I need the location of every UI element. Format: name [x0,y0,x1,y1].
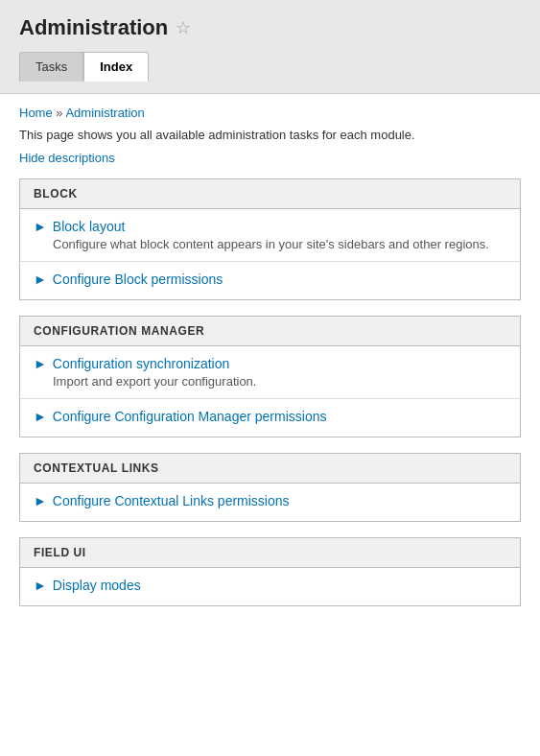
arrow-icon: ► [34,494,47,508]
breadcrumb-current[interactable]: Administration [65,106,144,120]
list-item: ► Configure Configuration Manager permis… [20,399,520,437]
tab-index[interactable]: Index [83,52,149,82]
item-title-row: ► Configuration synchronization [34,356,506,371]
section-block: BLOCK ► Block layout Configure what bloc… [19,178,521,300]
configure-block-permissions-link[interactable]: Configure Block permissions [53,272,223,287]
list-item: ► Block layout Configure what block cont… [20,209,520,262]
display-modes-link[interactable]: Display modes [53,578,141,593]
arrow-icon: ► [34,220,47,233]
list-item: ► Configure Contextual Links permissions [20,484,520,521]
breadcrumb-home[interactable]: Home [19,106,53,120]
list-item: ► Configuration synchronization Import a… [20,346,520,399]
arrow-icon: ► [34,410,47,423]
arrow-icon: ► [34,272,47,286]
arrow-icon: ► [34,357,47,370]
list-item: ► Configure Block permissions [20,262,520,299]
breadcrumb-separator: » [56,106,62,120]
section-header-field-ui: FIELD UI [20,538,520,568]
block-layout-link[interactable]: Block layout [53,219,125,234]
section-field-ui: FIELD UI ► Display modes [19,537,521,606]
configure-contextual-links-permissions-link[interactable]: Configure Contextual Links permissions [53,493,290,508]
tab-tasks[interactable]: Tasks [19,52,83,82]
breadcrumb: Home » Administration [19,106,521,120]
item-description: Import and export your configuration. [53,374,506,389]
section-header-contextual-links: CONTEXTUAL LINKS [20,454,520,484]
section-configuration-manager: CONFIGURATION MANAGER ► Configuration sy… [19,316,521,437]
item-title-row: ► Display modes [34,578,506,593]
item-description: Configure what block content appears in … [53,237,506,251]
configuration-synchronization-link[interactable]: Configuration synchronization [53,356,229,371]
page-content: Home » Administration This page shows yo… [0,94,540,633]
item-title-row: ► Block layout [34,219,506,234]
section-contextual-links: CONTEXTUAL LINKS ► Configure Contextual … [19,453,521,522]
tabs-row: Tasks Index [19,52,521,82]
item-title-row: ► Configure Block permissions [34,272,506,287]
title-row: Administration ☆ [19,15,521,40]
star-icon[interactable]: ☆ [176,17,191,38]
page-description: This page shows you all available admini… [19,128,521,142]
hide-descriptions-link[interactable]: Hide descriptions [19,151,115,165]
page-header: Administration ☆ Tasks Index [0,0,540,94]
configure-cm-permissions-link[interactable]: Configure Configuration Manager permissi… [53,409,327,424]
list-item: ► Display modes [20,568,520,605]
section-header-configuration-manager: CONFIGURATION MANAGER [20,317,520,346]
item-title-row: ► Configure Configuration Manager permis… [34,409,506,424]
page-title: Administration [19,15,168,40]
section-header-block: BLOCK [20,179,520,209]
arrow-icon: ► [34,579,47,592]
item-title-row: ► Configure Contextual Links permissions [34,493,506,508]
